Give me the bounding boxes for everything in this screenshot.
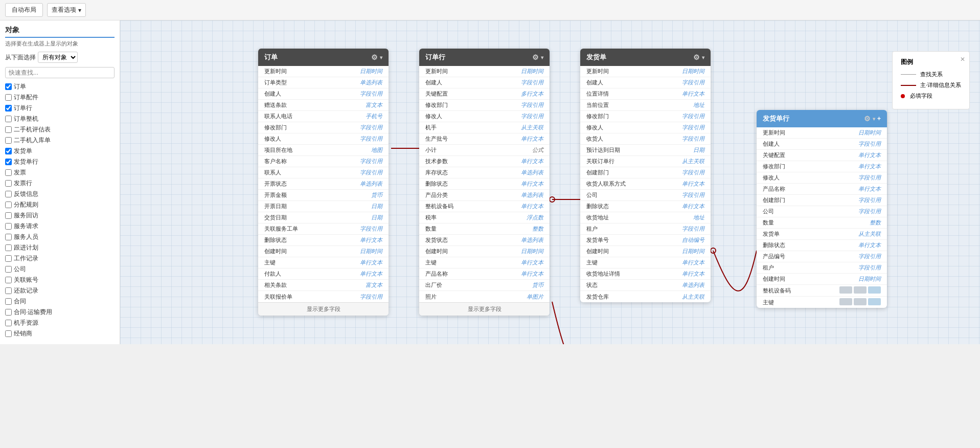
field-type: 货币	[371, 191, 382, 199]
sidebar-item-checkbox[interactable]	[5, 287, 12, 294]
entity-row: 数量整数	[757, 217, 887, 229]
sidebar-item[interactable]: 订单整机	[5, 114, 115, 124]
auto-layout-button[interactable]: 自动布局	[5, 3, 43, 17]
sidebar-item[interactable]: 订单行	[5, 103, 115, 114]
entity-row: 创建时间日期时间	[258, 246, 389, 257]
sidebar-item-checkbox[interactable]	[5, 212, 12, 219]
field-name: 位置详情	[586, 90, 682, 98]
field-name: 创建人	[586, 79, 682, 86]
sidebar-item-checkbox[interactable]	[5, 255, 12, 262]
sidebar-item[interactable]: 关联账号	[5, 275, 115, 285]
field-type: 字段引用	[521, 101, 543, 109]
field-type: 字段引用	[858, 196, 881, 204]
field-name: 赠送条款	[264, 101, 366, 109]
search-input[interactable]	[5, 67, 115, 78]
field-type: 单选列表	[360, 180, 382, 188]
sidebar-item[interactable]: 服务请求	[5, 221, 115, 232]
sidebar-item-checkbox[interactable]	[5, 169, 12, 176]
sidebar-item-checkbox[interactable]	[5, 148, 12, 154]
field-type: 单行文本	[858, 151, 881, 159]
delivery-card: 发货单 ⚙ ▾ 更新时间日期时间创建人字段引用位置详情单行文本当前位置地址修改部…	[580, 49, 711, 302]
order-line-gear-icon[interactable]: ⚙	[532, 53, 539, 61]
sidebar-item-checkbox[interactable]	[5, 83, 12, 90]
sidebar-item-checkbox[interactable]	[5, 298, 12, 305]
sidebar-item[interactable]: 合同	[5, 296, 115, 307]
field-name: 关键配置	[425, 90, 521, 98]
field-name: 联系人电话	[264, 113, 366, 120]
scroll-plus[interactable]: +	[877, 115, 881, 122]
entity-row: 交货日期日期	[258, 212, 389, 223]
delivery-gear-icon[interactable]: ⚙	[693, 53, 700, 61]
sidebar-item-checkbox[interactable]	[5, 180, 12, 187]
sidebar-item-checkbox[interactable]	[5, 191, 12, 197]
field-type: 日期	[693, 146, 704, 154]
sidebar-item-checkbox[interactable]	[5, 94, 12, 101]
object-type-select[interactable]: 所有对象	[38, 52, 78, 63]
field-type: 多行文本	[521, 90, 543, 98]
field-type: 单行文本	[360, 259, 382, 266]
sidebar-item-checkbox[interactable]	[5, 116, 12, 122]
field-name: 出厂价	[425, 281, 532, 289]
sidebar-item-checkbox[interactable]	[5, 309, 12, 316]
sidebar-item-checkbox[interactable]	[5, 159, 12, 165]
sidebar-item[interactable]: 经销商	[5, 328, 115, 339]
field-name: 删除状态	[586, 203, 682, 210]
sidebar-item[interactable]: 订单	[5, 81, 115, 92]
sidebar-item[interactable]: 服务回访	[5, 210, 115, 221]
sidebar-item-checkbox[interactable]	[5, 223, 12, 230]
delivery-line-arrow-icon[interactable]: ▾	[873, 116, 875, 122]
view-options-button[interactable]: 查看选项 ▾	[47, 3, 86, 17]
delivery-line-gear-icon[interactable]: ⚙	[864, 115, 871, 123]
sidebar-item[interactable]: 发货单	[5, 146, 115, 156]
sidebar-item-checkbox[interactable]	[5, 266, 12, 273]
sidebar-item-checkbox[interactable]	[5, 126, 12, 133]
order-gear-icon[interactable]: ⚙	[371, 53, 378, 61]
sidebar-item[interactable]: 发票行	[5, 178, 115, 189]
sidebar-item[interactable]: 机手资源	[5, 318, 115, 328]
sidebar-item[interactable]: 工作记录	[5, 253, 115, 264]
sidebar-item[interactable]: 二手机入库单	[5, 135, 115, 146]
order-line-card-footer[interactable]: 显示更多字段	[419, 302, 550, 316]
sidebar-item-label: 发票	[14, 168, 115, 177]
sidebar-item[interactable]: 发票	[5, 167, 115, 178]
order-card-footer[interactable]: 显示更多字段	[258, 302, 389, 316]
sidebar-item-label: 合同·运输费用	[14, 308, 115, 317]
sidebar-item-label: 合同	[14, 297, 115, 306]
sidebar-item[interactable]: 跟进计划	[5, 242, 115, 253]
field-type: 日期时间	[360, 248, 382, 255]
order-card-header: 订单 ⚙ ▾	[258, 49, 389, 66]
field-name: 照片	[425, 293, 527, 301]
sidebar-item[interactable]: 分配规则	[5, 199, 115, 210]
entity-row: 相关条款富文本	[258, 280, 389, 291]
sidebar-item[interactable]: 合同·运输费用	[5, 307, 115, 318]
order-line-arrow-icon[interactable]: ▾	[541, 55, 543, 60]
sidebar-item-checkbox[interactable]	[5, 244, 12, 251]
sidebar-item-checkbox[interactable]	[5, 277, 12, 283]
delivery-arrow-icon[interactable]: ▾	[702, 55, 704, 60]
field-name: 发货单号	[586, 236, 682, 244]
sidebar-item[interactable]: 订单配件	[5, 92, 115, 103]
sidebar-item-checkbox[interactable]	[5, 201, 12, 208]
sidebar-item[interactable]: 二手机评估表	[5, 124, 115, 135]
sidebar-item[interactable]: 发货单行	[5, 156, 115, 167]
sidebar-item[interactable]: 还款记录	[5, 285, 115, 296]
entity-row: 修改部门字段引用	[419, 100, 550, 111]
field-name: 生产批号	[425, 135, 521, 143]
sidebar-item[interactable]: 反馈信息	[5, 189, 115, 199]
sidebar-item-checkbox[interactable]	[5, 330, 12, 337]
sidebar-item-checkbox[interactable]	[5, 137, 12, 144]
sidebar-item-checkbox[interactable]	[5, 105, 12, 111]
sidebar-item-checkbox[interactable]	[5, 320, 12, 326]
order-arrow-icon[interactable]: ▾	[380, 55, 382, 60]
legend-close-button[interactable]: ✕	[960, 56, 965, 63]
field-type: 单行文本	[521, 135, 543, 143]
entity-row: 创建人字段引用	[419, 77, 550, 88]
field-type: 从主关联	[521, 124, 543, 131]
entity-row: 创建人字段引用	[258, 88, 389, 100]
sidebar-item-checkbox[interactable]	[5, 234, 12, 240]
sidebar-item[interactable]: 公司	[5, 264, 115, 275]
field-name: 删除状态	[425, 180, 521, 188]
entity-row: 当前位置地址	[580, 100, 711, 111]
sidebar-item[interactable]: 服务人员	[5, 232, 115, 242]
field-type: 富文本	[366, 281, 382, 289]
